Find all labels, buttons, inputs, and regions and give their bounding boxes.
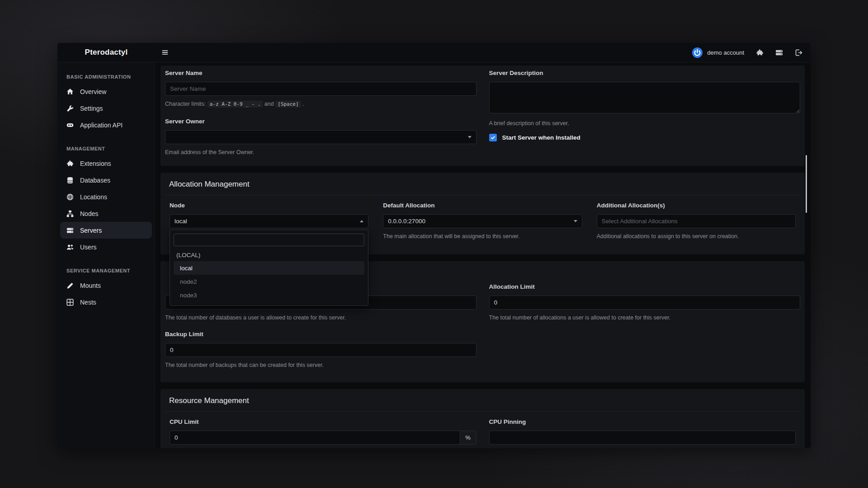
server-name-label: Server Name	[165, 69, 476, 77]
scrollbar-thumb[interactable]	[806, 155, 807, 213]
sidebar-item-label: Mounts	[80, 282, 101, 289]
sidebar-item-label: Databases	[80, 177, 110, 184]
sidebar-item-label: Application API	[80, 122, 123, 129]
power-status-icon[interactable]	[692, 47, 703, 58]
sidebar-item-settings[interactable]: Settings	[57, 100, 155, 117]
allocation-limit-help: The total number of allocations a user i…	[489, 314, 801, 322]
default-allocation-label: Default Allocation	[383, 202, 582, 210]
topbar: Pterodactyl demo account	[57, 43, 811, 62]
node-option-node2[interactable]: node2	[174, 275, 364, 288]
server-description-textarea[interactable]	[489, 82, 801, 113]
nav-section-title: MANAGEMENT	[57, 141, 155, 155]
sidebar-item-label: Nests	[80, 299, 96, 306]
logout-icon[interactable]	[795, 49, 802, 56]
sidebar-item-label: Settings	[80, 105, 103, 112]
sidebar-item-users[interactable]: Users	[57, 239, 155, 255]
main-content: Server Name Character limits: a-z A-Z 0-…	[155, 62, 811, 448]
resource-management-title: Resource Management	[165, 389, 800, 412]
topbar-right: demo account	[692, 47, 811, 58]
sidebar-item-label: Overview	[80, 88, 106, 95]
backup-limit-label: Backup Limit	[165, 330, 476, 338]
server-details-card: Server Name Character limits: a-z A-Z 0-…	[160, 66, 805, 166]
node-search-input[interactable]	[174, 234, 364, 246]
sidebar-item-nodes[interactable]: Nodes	[57, 205, 155, 222]
nav-section-title: SERVICE MANAGEMENT	[57, 263, 155, 277]
node-option-node3[interactable]: node3	[174, 288, 364, 302]
cpu-limit-input[interactable]	[170, 431, 460, 445]
cpu-pinning-label: CPU Pinning	[489, 418, 796, 426]
node-label: Node	[170, 202, 368, 210]
grid-icon	[66, 299, 74, 306]
resource-management-card: Resource Management CPU Limit % If you d…	[160, 389, 805, 448]
node-select[interactable]: local	[170, 214, 368, 228]
cpu-limit-suffix: %	[460, 431, 476, 445]
additional-allocations-input[interactable]	[597, 214, 796, 228]
server-owner-help: Email address of the Server Owner.	[165, 148, 476, 157]
sidebar: BASIC ADMINISTRATION Overview Settings A…	[57, 62, 155, 448]
user-account-link[interactable]: demo account	[707, 49, 744, 56]
server-icon	[66, 227, 74, 234]
sidebar-item-label: Servers	[80, 227, 102, 234]
pen-icon	[66, 282, 74, 289]
node-option-local[interactable]: local	[174, 261, 364, 275]
database-icon	[66, 177, 74, 184]
allocation-management-card: Allocation Management Node local (LOCAL)…	[160, 173, 805, 254]
sidebar-item-mounts[interactable]: Mounts	[57, 277, 155, 294]
sidebar-item-label: Locations	[80, 193, 107, 201]
wrench-icon	[66, 105, 74, 112]
server-description-label: Server Description	[489, 69, 801, 77]
server-owner-label: Server Owner	[165, 117, 476, 126]
puzzle-icon	[66, 160, 74, 167]
sidebar-item-servers[interactable]: Servers	[60, 222, 152, 239]
globe-icon	[66, 193, 74, 201]
server-name-help: Character limits: a-z A-Z 0-9 _ - . and …	[165, 100, 476, 108]
nav-section-title: BASIC ADMINISTRATION	[57, 70, 155, 83]
sidebar-item-label: Nodes	[80, 210, 98, 217]
servers-list-icon[interactable]	[775, 49, 783, 56]
sidebar-item-label: Extensions	[80, 160, 111, 167]
additional-allocations-label: Additional Allocation(s)	[597, 202, 796, 210]
cpu-pinning-input[interactable]	[489, 431, 796, 445]
checked-checkbox-icon[interactable]	[489, 134, 497, 141]
sidebar-item-overview[interactable]: Overview	[57, 83, 155, 100]
additional-allocations-help: Additional allocations to assign to this…	[597, 232, 796, 241]
brand-logo[interactable]: Pterodactyl	[57, 48, 155, 57]
sidebar-item-databases[interactable]: Databases	[57, 172, 155, 188]
users-icon	[66, 244, 74, 251]
app-window: Pterodactyl demo account	[57, 43, 811, 448]
extensions-icon[interactable]	[756, 49, 764, 56]
allocation-management-title: Allocation Management	[165, 173, 800, 195]
allocation-limit-input[interactable]	[489, 296, 801, 310]
allocation-limit-label: Allocation Limit	[489, 283, 801, 291]
home-icon	[66, 88, 74, 95]
node-dropdown-group-label: (LOCAL)	[174, 246, 364, 261]
sidebar-item-extensions[interactable]: Extensions	[57, 155, 155, 172]
default-allocation-help: The main allocation that will be assigne…	[383, 232, 582, 241]
backup-limit-help: The total number of backups that can be …	[165, 361, 476, 370]
sidebar-item-nests[interactable]: Nests	[57, 294, 155, 310]
server-description-help: A brief description of this server.	[489, 119, 801, 128]
api-mask-icon	[66, 122, 74, 129]
node-dropdown: (LOCAL) local node2 node3	[170, 230, 368, 306]
server-name-input[interactable]	[165, 82, 476, 96]
cpu-limit-label: CPU Limit	[170, 418, 476, 426]
server-owner-select[interactable]	[165, 130, 476, 144]
sidebar-toggle-button[interactable]	[161, 49, 169, 56]
start-when-installed-label: Start Server when Installed	[502, 134, 580, 141]
default-allocation-select[interactable]: 0.0.0.0:27000	[383, 214, 582, 228]
sitemap-icon	[66, 210, 74, 217]
backup-limit-input[interactable]	[165, 343, 476, 357]
start-when-installed-row[interactable]: Start Server when Installed	[489, 134, 801, 143]
sidebar-item-label: Users	[80, 244, 97, 251]
chevron-down-icon	[574, 220, 577, 222]
database-limit-help: The total number of databases a user is …	[165, 314, 476, 322]
sidebar-item-locations[interactable]: Locations	[57, 188, 155, 205]
chevron-down-icon	[468, 136, 472, 138]
chevron-up-icon	[360, 220, 363, 222]
sidebar-item-application-api[interactable]: Application API	[57, 117, 155, 133]
hamburger-icon	[161, 49, 169, 56]
